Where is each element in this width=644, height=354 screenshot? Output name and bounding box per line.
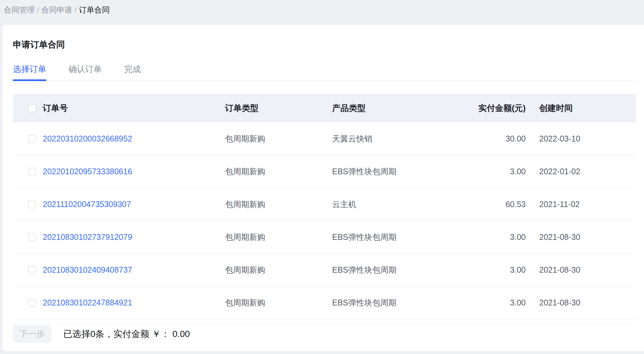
table-row: 20220102095733380616 包周期新购 EBS弹性块包周期 3.0…	[13, 155, 636, 188]
row-checkbox-cell	[13, 233, 43, 241]
row-checkbox[interactable]	[28, 168, 36, 176]
order-number-link[interactable]: 20210830102247884921	[43, 298, 132, 307]
product-type-cell: 天翼云快销	[332, 133, 439, 144]
product-type-cell: EBS弹性块包周期	[332, 265, 439, 275]
row-checkbox[interactable]	[28, 135, 36, 143]
created-date-cell: 2021-08-30	[526, 298, 636, 307]
table-row: 20210830102247884921 包周期新购 EBS弹性块包周期 3.0…	[13, 286, 636, 319]
column-header-product-type: 产品类型	[332, 103, 439, 114]
tab-finish[interactable]: 完成	[124, 64, 141, 81]
order-number-link[interactable]: 20220310200032668952	[43, 134, 132, 143]
breadcrumb: 合同管理/合同申请/订单合同	[4, 5, 644, 15]
row-checkbox[interactable]	[28, 299, 36, 307]
created-date-cell: 2021-11-02	[526, 200, 636, 209]
step-tabs: 选择订单 确认订单 完成	[13, 64, 636, 81]
breadcrumb-separator: /	[37, 5, 39, 14]
amount-cell: 3.00	[439, 167, 526, 176]
order-type-cell: 包周期新购	[225, 166, 332, 177]
table-row: 20211102004735309307 包周期新购 云主机 60.53 202…	[13, 188, 636, 221]
tab-select-order[interactable]: 选择订单	[13, 64, 46, 81]
table-header-row: 订单号 订单类型 产品类型 实付金额(元) 创建时间	[13, 94, 636, 123]
breadcrumb-item-order-contract: 订单合同	[79, 5, 110, 14]
table-row: 20220310200032668952 包周期新购 天翼云快销 30.00 2…	[13, 123, 636, 155]
select-all-checkbox[interactable]	[28, 104, 36, 112]
amount-cell: 30.00	[439, 134, 526, 143]
row-checkbox-cell	[13, 299, 43, 307]
table-row: 20210830102409408737 包周期新购 EBS弹性块包周期 3.0…	[13, 254, 636, 286]
order-number-link[interactable]: 20220102095733380616	[43, 167, 132, 176]
header-checkbox-cell	[13, 104, 43, 112]
row-checkbox-cell	[13, 135, 43, 143]
column-header-order-no: 订单号	[43, 103, 225, 114]
order-number-link[interactable]: 20211102004735309307	[43, 200, 131, 209]
order-table: 订单号 订单类型 产品类型 实付金额(元) 创建时间 2022031020003…	[13, 94, 636, 324]
row-checkbox-cell	[13, 266, 43, 274]
order-type-cell: 包周期新购	[225, 232, 332, 242]
order-number-link[interactable]: 20210830102737912079	[43, 232, 132, 241]
row-checkbox-cell	[13, 201, 43, 208]
breadcrumb-item-contract-apply[interactable]: 合同申请	[41, 5, 72, 14]
footer-bar: 下一步 已选择0条，实付金额 ￥： 0.00	[13, 325, 636, 343]
breadcrumb-separator: /	[75, 5, 77, 14]
amount-cell: 3.00	[439, 265, 526, 275]
created-date-cell: 2022-01-02	[526, 167, 636, 176]
order-type-cell: 包周期新购	[225, 133, 332, 144]
amount-cell: 3.00	[439, 232, 526, 242]
tab-confirm-order[interactable]: 确认订单	[68, 64, 102, 81]
column-header-created: 创建时间	[526, 103, 636, 114]
row-checkbox-cell	[13, 168, 43, 176]
column-header-amount: 实付金额(元)	[439, 103, 526, 114]
created-date-cell: 2021-08-30	[526, 265, 636, 275]
amount-cell: 3.00	[439, 298, 526, 307]
selection-summary: 已选择0条，实付金额 ￥： 0.00	[63, 328, 190, 340]
product-type-cell: EBS弹性块包周期	[332, 297, 439, 308]
order-type-cell: 包周期新购	[225, 265, 332, 275]
product-type-cell: EBS弹性块包周期	[332, 166, 439, 177]
table-bottom-divider	[13, 319, 636, 324]
page-title: 申请订单合同	[13, 40, 636, 50]
table-row: 20210830102737912079 包周期新购 EBS弹性块包周期 3.0…	[13, 221, 636, 254]
content-card: 申请订单合同 选择订单 确认订单 完成 订单号 订单类型 产品类型 实付金额(元…	[2, 25, 644, 351]
order-number-link[interactable]: 20210830102409408737	[43, 265, 132, 274]
next-step-button[interactable]: 下一步	[13, 325, 51, 343]
product-type-cell: 云主机	[332, 199, 439, 210]
row-checkbox[interactable]	[28, 266, 36, 274]
column-header-order-type: 订单类型	[225, 103, 332, 114]
created-date-cell: 2021-08-30	[526, 232, 636, 242]
created-date-cell: 2022-03-10	[526, 134, 636, 143]
amount-cell: 60.53	[439, 200, 526, 209]
row-checkbox[interactable]	[28, 201, 36, 208]
order-type-cell: 包周期新购	[225, 297, 332, 308]
top-bar: 合同管理/合同申请/订单合同	[0, 0, 644, 25]
order-type-cell: 包周期新购	[225, 199, 332, 210]
breadcrumb-item-contract-management[interactable]: 合同管理	[4, 5, 35, 14]
page-root: { "breadcrumb": { "separator": "/", "ite…	[0, 0, 644, 354]
row-checkbox[interactable]	[28, 233, 36, 241]
product-type-cell: EBS弹性块包周期	[332, 232, 439, 242]
